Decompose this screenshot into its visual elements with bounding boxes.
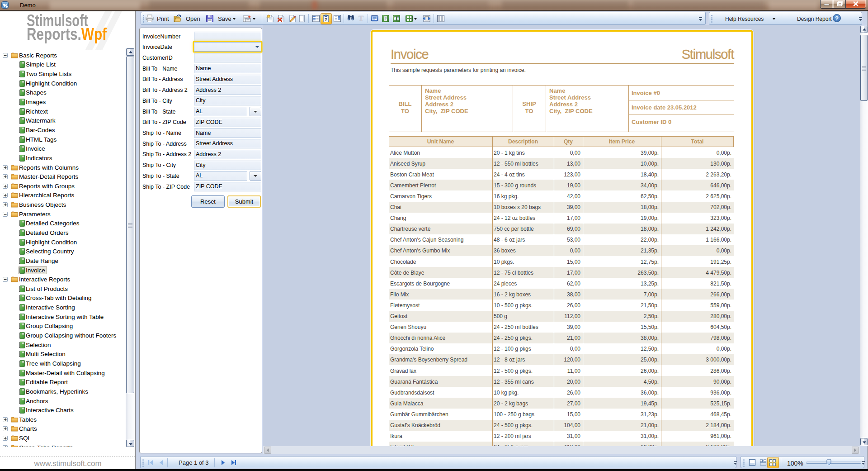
svg-text:1: 1	[394, 17, 396, 20]
svg-text:2: 2	[397, 17, 399, 20]
svg-text:?: ?	[325, 17, 327, 22]
svg-text:T: T	[359, 14, 363, 22]
